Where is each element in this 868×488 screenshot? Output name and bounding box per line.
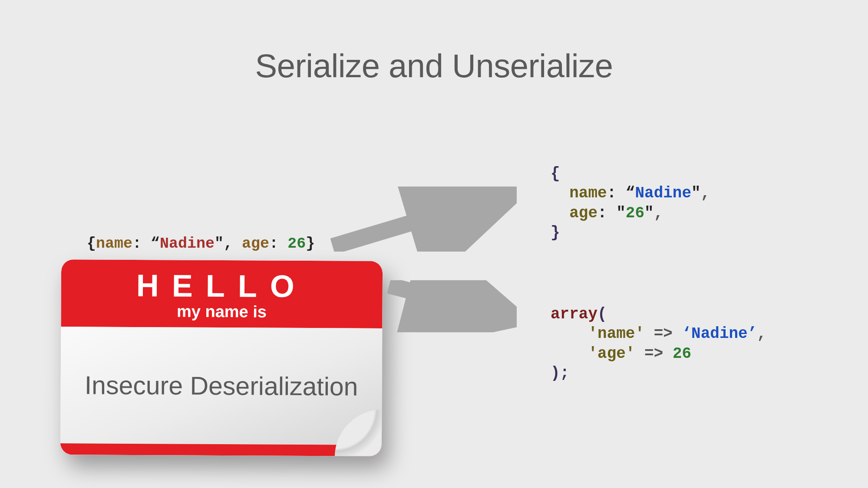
- nametag-footer: [60, 443, 382, 456]
- pad: [551, 204, 569, 222]
- arrow-op: =>: [635, 345, 672, 363]
- paren-close: );: [551, 364, 569, 382]
- php-array-kw: array: [551, 305, 597, 323]
- php-key-name: name: [597, 325, 635, 343]
- arrow-op: =>: [644, 325, 682, 343]
- brace: }: [551, 224, 560, 242]
- val-name: Nadine: [160, 235, 215, 252]
- brace: {: [551, 165, 560, 183]
- punct: : “: [132, 235, 160, 252]
- slide-title: Serialize and Unserialize: [0, 47, 868, 85]
- svg-line-1: [333, 195, 504, 246]
- php-output-code: array( 'name' => ‘Nadine’, 'age' => 26 )…: [551, 305, 766, 383]
- nametag-hello: HELLO: [136, 270, 307, 302]
- quote: ': [635, 325, 644, 343]
- brace-close: }: [306, 235, 315, 252]
- php-key-age: age: [597, 345, 626, 363]
- val-age: 26: [287, 235, 306, 252]
- quote: ': [626, 345, 635, 363]
- brace-open: {: [87, 235, 96, 252]
- quote: ‘: [682, 325, 691, 343]
- php-val-age: 26: [673, 345, 691, 363]
- json-val-name: Nadine: [635, 184, 691, 202]
- punct: :: [269, 235, 287, 252]
- nametag-label: Insecure Deserialization: [85, 370, 358, 401]
- nametag-body: Insecure Deserialization: [60, 327, 382, 445]
- quote: ": [644, 204, 654, 222]
- nametag-header: HELLO my name is: [61, 259, 383, 328]
- json-output-code: { name: “Nadine", age: "26", }: [551, 164, 710, 242]
- json-key-name: name: [569, 184, 607, 202]
- quote: ': [588, 325, 597, 343]
- punct: ",: [215, 235, 242, 252]
- paren: (: [597, 305, 607, 323]
- key-name: name: [96, 235, 132, 252]
- pad: [551, 184, 569, 202]
- quote: ": [616, 204, 626, 222]
- source-code: {name: “Nadine", age: 26}: [87, 235, 315, 252]
- nametag-subtitle: my name is: [177, 302, 267, 321]
- pad: [551, 325, 588, 343]
- quote: ': [588, 345, 597, 363]
- pad: [551, 345, 588, 363]
- nametag-card: HELLO my name is Insecure Deserializatio…: [60, 259, 383, 456]
- json-key-age: age: [569, 204, 597, 222]
- punct: :: [597, 204, 616, 222]
- svg-line-3: [389, 285, 504, 315]
- comma: ,: [654, 204, 663, 222]
- punct: : “: [607, 184, 635, 202]
- comma: ,: [701, 184, 710, 202]
- php-val-name: Nadine: [691, 325, 748, 343]
- arrow-top-icon: [330, 187, 517, 252]
- comma: ,: [757, 325, 766, 343]
- quote: ": [691, 184, 701, 202]
- key-age: age: [242, 235, 269, 252]
- quote: ’: [748, 325, 757, 343]
- json-val-age: 26: [626, 204, 644, 222]
- arrow-bottom-icon: [386, 280, 517, 332]
